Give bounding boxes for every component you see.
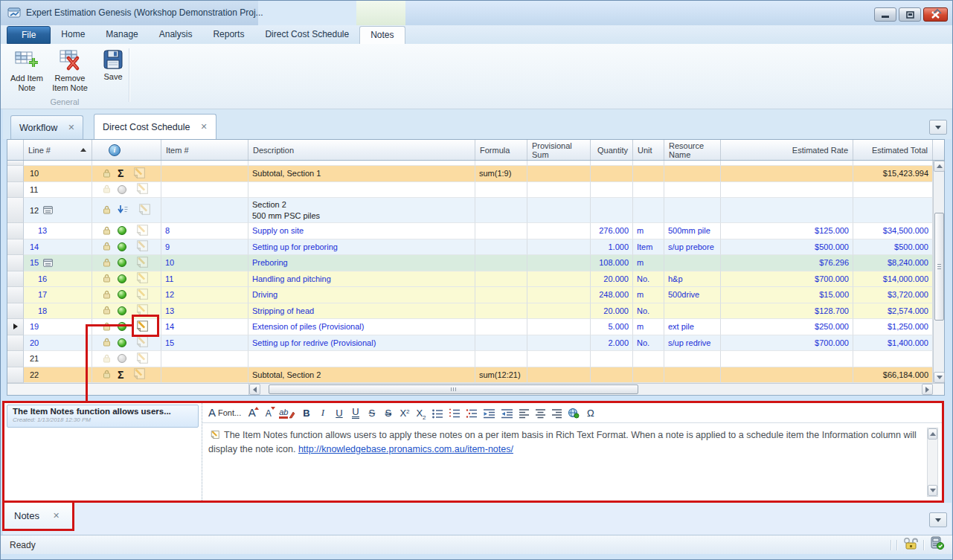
cell-ind[interactable] <box>7 271 24 288</box>
cell-qty[interactable]: 248.000 <box>591 287 633 303</box>
toolbar-bold-button[interactable]: B <box>299 405 313 421</box>
minimize-button[interactable] <box>874 7 896 22</box>
column-header-total[interactable]: Estimated Total <box>853 140 933 160</box>
close-tab-icon[interactable]: ✕ <box>68 123 74 132</box>
cell-desc[interactable]: Handling and pitching <box>248 271 475 288</box>
cell-rate[interactable] <box>721 161 853 166</box>
cell-ind[interactable] <box>7 319 24 335</box>
cell-qty[interactable] <box>591 351 633 367</box>
toolbar-double-underline-button[interactable]: U <box>348 405 362 421</box>
cell-rate[interactable]: $125.000 <box>721 223 853 239</box>
cell-info[interactable] <box>92 182 161 199</box>
cell-ind[interactable] <box>7 255 24 271</box>
restore-button[interactable] <box>899 7 921 22</box>
cell-formula[interactable] <box>475 271 527 288</box>
cell-rate[interactable]: $250.000 <box>721 319 853 335</box>
cell-ln[interactable]: 15 <box>24 255 92 271</box>
cell-res[interactable]: s/up prebore <box>664 239 721 256</box>
toolbar-font-button[interactable]: AFont... <box>207 405 243 421</box>
cell-info[interactable]: Σ <box>92 367 161 384</box>
cell-provsum[interactable] <box>527 239 591 256</box>
cell-provsum[interactable] <box>527 198 591 223</box>
cell-ind[interactable] <box>7 198 24 223</box>
cell-qty[interactable]: 5.000 <box>591 319 633 335</box>
document-tab-workflow[interactable]: Workflow✕ <box>10 115 83 139</box>
cell-total[interactable]: $14,000.000 <box>853 271 933 288</box>
ribbon-tab-home[interactable]: Home <box>51 26 95 44</box>
cell-ln[interactable]: 22 <box>24 367 92 384</box>
ribbon-tab-direct-cost-schedule[interactable]: Direct Cost Schedule <box>254 26 359 44</box>
scroll-left-button[interactable] <box>249 384 260 395</box>
toolbar-outdent-button[interactable] <box>481 405 497 421</box>
cell-unit[interactable]: Item <box>633 239 664 256</box>
note-body-link[interactable]: http://knowledgebase.pronamics.com.au/it… <box>298 444 513 454</box>
cell-ln[interactable]: 12 <box>24 198 92 223</box>
tab-notes-bottom[interactable]: Notes ✕ <box>2 503 74 531</box>
cell-qty[interactable] <box>591 161 633 166</box>
cell-provsum[interactable] <box>527 166 591 182</box>
cell-unit[interactable] <box>633 182 664 199</box>
cell-item[interactable]: 10 <box>161 255 248 271</box>
cell-formula[interactable] <box>475 239 527 256</box>
cell-total[interactable]: $15,423.994 <box>853 166 933 182</box>
cell-item[interactable] <box>161 161 248 166</box>
cell-ln[interactable]: 13 <box>24 223 92 239</box>
cell-rate[interactable]: $700.000 <box>721 271 853 288</box>
cell-ln[interactable]: 9 <box>24 161 92 166</box>
cell-info[interactable] <box>92 255 161 271</box>
cell-info[interactable] <box>92 223 161 239</box>
cell-res[interactable]: h&p <box>664 271 721 288</box>
column-header-qty[interactable]: Quantity <box>591 140 633 160</box>
cell-ind[interactable] <box>7 287 24 303</box>
cell-total[interactable]: $34,500.000 <box>853 223 933 239</box>
cell-total[interactable] <box>853 198 933 223</box>
cell-info[interactable] <box>92 198 161 223</box>
cell-provsum[interactable] <box>527 287 591 303</box>
column-header-info[interactable]: i <box>92 140 161 160</box>
cell-res[interactable]: 500mm pile <box>664 223 721 239</box>
cell-unit[interactable] <box>633 161 664 166</box>
cell-desc[interactable]: Setting up for preboring <box>248 239 475 256</box>
cell-item[interactable] <box>161 166 248 182</box>
table-row[interactable]: 149Setting up for preboring1.000Items/up… <box>7 239 944 256</box>
cell-item[interactable] <box>161 367 248 384</box>
horizontal-scroll-thumb[interactable] <box>269 384 638 394</box>
note-icon[interactable] <box>133 335 150 351</box>
cell-unit[interactable]: m <box>633 287 664 303</box>
cell-ln[interactable]: 14 <box>24 239 92 256</box>
cell-formula[interactable] <box>475 255 527 271</box>
cell-item[interactable]: 15 <box>161 335 248 352</box>
table-row[interactable]: 22ΣSubtotal, Section 2sum(12:21)$66,184.… <box>7 367 944 384</box>
cell-desc[interactable] <box>248 182 475 199</box>
note-icon[interactable] <box>133 239 150 255</box>
cell-formula[interactable] <box>475 182 527 199</box>
ribbon-tab-reports[interactable]: Reports <box>202 26 254 44</box>
table-row[interactable]: 1510Preboring108.000m$76.296$8,240.000 <box>7 255 944 271</box>
toolbar-grow-font-button[interactable]: A <box>245 405 259 421</box>
cell-res[interactable] <box>664 303 721 320</box>
toolbar-bullet-list-button[interactable] <box>430 405 445 421</box>
scroll-down-button[interactable] <box>934 372 945 383</box>
table-row[interactable]: 1611Handling and pitching20.000No.h&p$70… <box>7 271 944 288</box>
cell-info[interactable] <box>92 287 161 303</box>
cell-total[interactable]: $3,720.000 <box>853 287 933 303</box>
ribbon-tab-file[interactable]: File <box>7 26 51 44</box>
vertical-scrollbar[interactable] <box>933 161 944 383</box>
toolbar-indent-button[interactable] <box>499 405 515 421</box>
scroll-up-button[interactable] <box>934 161 945 172</box>
cell-total[interactable]: $8,240.000 <box>853 255 933 271</box>
note-body[interactable]: The Item Notes function allows users to … <box>202 423 942 501</box>
cell-rate[interactable] <box>721 182 853 199</box>
cell-formula[interactable] <box>475 223 527 239</box>
cell-total[interactable] <box>853 161 933 166</box>
cell-total[interactable] <box>853 182 933 199</box>
cell-total[interactable]: $500.000 <box>853 239 933 256</box>
column-header-desc[interactable]: Description <box>248 140 475 160</box>
cell-item[interactable]: 13 <box>161 303 248 320</box>
cell-ln[interactable]: 20 <box>24 335 92 352</box>
cell-res[interactable]: ext pile <box>664 319 721 335</box>
toolbar-multilevel-list-button[interactable] <box>464 405 479 421</box>
cell-total[interactable] <box>853 351 933 367</box>
cell-provsum[interactable] <box>527 335 591 352</box>
toolbar-shrink-font-button[interactable]: A <box>261 405 275 421</box>
